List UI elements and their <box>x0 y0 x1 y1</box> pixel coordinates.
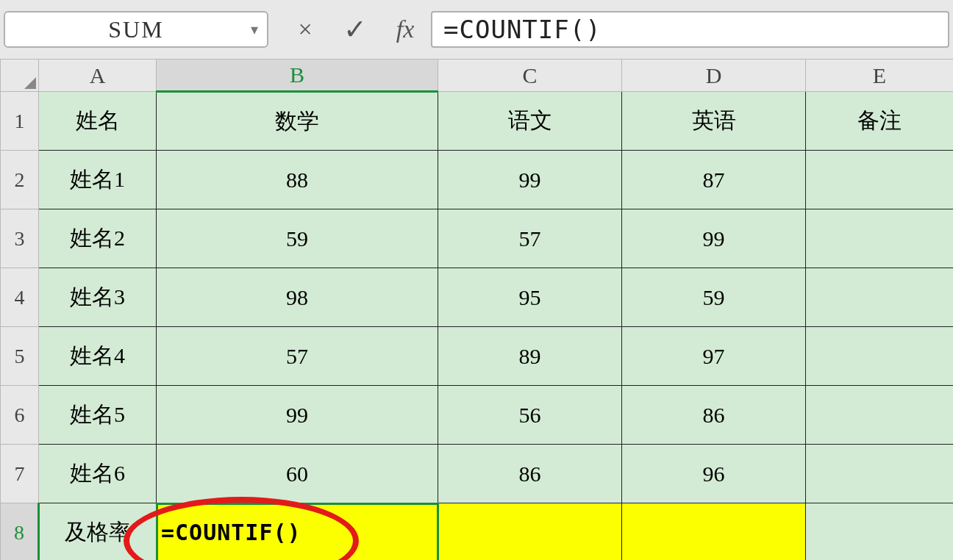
row-header-5[interactable]: 5 <box>1 327 39 386</box>
cancel-icon[interactable]: × <box>290 15 320 43</box>
cell-E7[interactable] <box>806 445 954 503</box>
cell-D4[interactable]: 59 <box>622 268 806 327</box>
cell-A7[interactable]: 姓名6 <box>39 445 157 503</box>
cell-B7[interactable]: 60 <box>157 445 438 503</box>
name-box[interactable]: SUM ▾ <box>4 11 268 48</box>
row-header-2[interactable]: 2 <box>1 151 39 209</box>
col-header-B[interactable]: B <box>157 60 438 92</box>
cell-E1[interactable]: 备注 <box>806 92 954 151</box>
table-row: 8 及格率 =COUNTIF() <box>1 503 954 561</box>
cell-E5[interactable] <box>806 327 954 386</box>
cell-B3[interactable]: 59 <box>157 209 438 268</box>
cell-A3[interactable]: 姓名2 <box>39 209 157 268</box>
cell-C3[interactable]: 57 <box>438 209 622 268</box>
cell-D1[interactable]: 英语 <box>622 92 806 151</box>
cell-D2[interactable]: 87 <box>622 151 806 209</box>
cell-B2[interactable]: 88 <box>157 151 438 209</box>
cell-D7[interactable]: 96 <box>622 445 806 503</box>
cell-A4[interactable]: 姓名3 <box>39 268 157 327</box>
cell-A8[interactable]: 及格率 <box>39 503 157 561</box>
table-row: 7 姓名6 60 86 96 <box>1 445 954 503</box>
table-row: 5 姓名4 57 89 97 <box>1 327 954 386</box>
table-row: 3 姓名2 59 57 99 <box>1 209 954 268</box>
cell-E6[interactable] <box>806 386 954 445</box>
cell-D5[interactable]: 97 <box>622 327 806 386</box>
cell-B4[interactable]: 98 <box>157 268 438 327</box>
cell-C2[interactable]: 99 <box>438 151 622 209</box>
spreadsheet-grid: A B C D E 1 姓名 数学 语文 英语 备注 2 姓名1 88 99 8… <box>0 59 953 560</box>
row-header-3[interactable]: 3 <box>1 209 39 268</box>
col-header-A[interactable]: A <box>39 60 157 92</box>
row-header-8[interactable]: 8 <box>1 503 39 561</box>
cell-A1[interactable]: 姓名 <box>39 92 157 151</box>
name-box-dropdown-icon[interactable]: ▾ <box>251 21 260 38</box>
cell-B6[interactable]: 99 <box>157 386 438 445</box>
spreadsheet-table: A B C D E 1 姓名 数学 语文 英语 备注 2 姓名1 88 99 8… <box>0 59 953 560</box>
table-row: 6 姓名5 99 56 86 <box>1 386 954 445</box>
cell-A5[interactable]: 姓名4 <box>39 327 157 386</box>
fx-icon[interactable]: fx <box>390 15 420 43</box>
column-header-row: A B C D E <box>1 60 954 92</box>
cell-C8[interactable] <box>438 503 622 561</box>
table-row: 4 姓名3 98 95 59 <box>1 268 954 327</box>
select-all-corner[interactable] <box>1 60 39 92</box>
cell-E2[interactable] <box>806 151 954 209</box>
cell-D3[interactable]: 99 <box>622 209 806 268</box>
cell-B8-active[interactable]: =COUNTIF() <box>157 503 438 561</box>
cell-D6[interactable]: 86 <box>622 386 806 445</box>
col-header-C[interactable]: C <box>438 60 622 92</box>
cell-C6[interactable]: 56 <box>438 386 622 445</box>
confirm-icon[interactable]: ✓ <box>340 13 370 46</box>
table-row: 2 姓名1 88 99 87 <box>1 151 954 209</box>
cell-A2[interactable]: 姓名1 <box>39 151 157 209</box>
col-header-E[interactable]: E <box>806 60 954 92</box>
cell-B5[interactable]: 57 <box>157 327 438 386</box>
cell-E4[interactable] <box>806 268 954 327</box>
row-header-6[interactable]: 6 <box>1 386 39 445</box>
table-row: 1 姓名 数学 语文 英语 备注 <box>1 92 954 151</box>
formula-input[interactable]: =COUNTIF() <box>431 11 949 48</box>
formula-bar-icons: × ✓ fx <box>290 13 420 46</box>
cell-C1[interactable]: 语文 <box>438 92 622 151</box>
row-header-4[interactable]: 4 <box>1 268 39 327</box>
formula-bar: SUM ▾ × ✓ fx =COUNTIF() <box>0 0 953 59</box>
cell-C7[interactable]: 86 <box>438 445 622 503</box>
cell-E8[interactable] <box>806 503 954 561</box>
cell-D8[interactable] <box>622 503 806 561</box>
cell-E3[interactable] <box>806 209 954 268</box>
row-header-7[interactable]: 7 <box>1 445 39 503</box>
formula-input-value: =COUNTIF() <box>443 15 602 44</box>
cell-B1[interactable]: 数学 <box>157 92 438 151</box>
cell-C4[interactable]: 95 <box>438 268 622 327</box>
cell-A6[interactable]: 姓名5 <box>39 386 157 445</box>
col-header-D[interactable]: D <box>622 60 806 92</box>
cell-C5[interactable]: 89 <box>438 327 622 386</box>
name-box-value: SUM <box>108 16 163 43</box>
row-header-1[interactable]: 1 <box>1 92 39 151</box>
